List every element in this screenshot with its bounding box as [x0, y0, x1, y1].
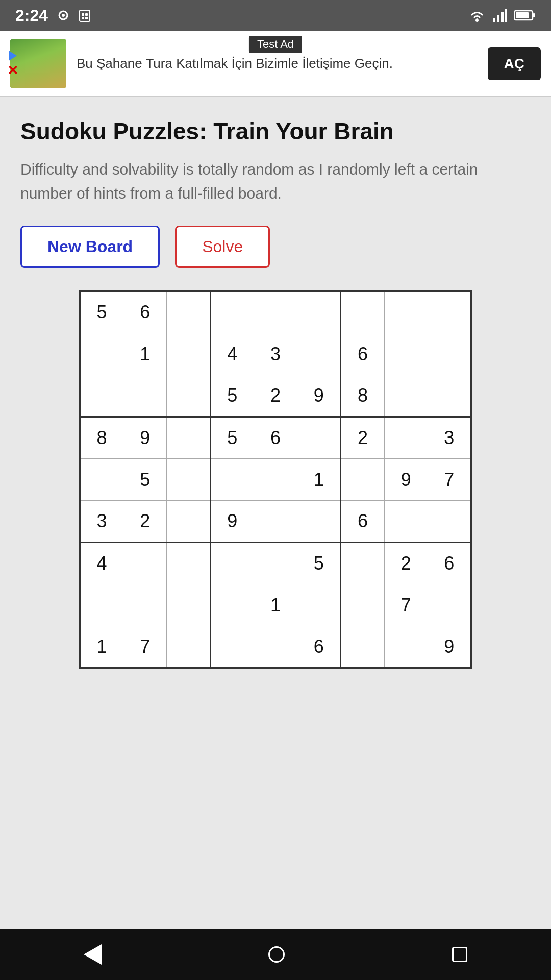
cell-8-2[interactable] — [167, 626, 210, 668]
cell-7-7[interactable]: 7 — [384, 584, 428, 626]
cell-0-5[interactable] — [297, 291, 341, 333]
recents-button[interactable] — [452, 947, 467, 962]
cell-6-3[interactable] — [210, 543, 254, 584]
cell-3-1[interactable]: 9 — [123, 417, 167, 459]
cell-6-0[interactable]: 4 — [80, 543, 123, 584]
cell-2-8[interactable] — [428, 375, 471, 417]
cell-1-8[interactable] — [428, 333, 471, 375]
cell-2-1[interactable] — [123, 375, 167, 417]
cell-4-1[interactable]: 5 — [123, 459, 167, 501]
cell-5-2[interactable] — [167, 501, 210, 543]
cell-5-7[interactable] — [384, 501, 428, 543]
cell-8-0[interactable]: 1 — [80, 626, 123, 668]
status-bar-left: 2:24 — [15, 6, 91, 25]
svg-rect-6 — [85, 17, 88, 19]
cell-0-7[interactable] — [384, 291, 428, 333]
home-button[interactable] — [268, 946, 285, 963]
cell-6-1[interactable] — [123, 543, 167, 584]
svg-point-7 — [475, 19, 479, 22]
cell-1-0[interactable] — [80, 333, 123, 375]
cell-2-0[interactable] — [80, 375, 123, 417]
cell-4-0[interactable] — [80, 459, 123, 501]
cell-3-6[interactable]: 2 — [341, 417, 384, 459]
status-bar: 2:24 — [0, 0, 551, 31]
cell-1-7[interactable] — [384, 333, 428, 375]
cell-7-6[interactable] — [341, 584, 384, 626]
cell-8-8[interactable]: 9 — [428, 626, 471, 668]
cell-3-7[interactable] — [384, 417, 428, 459]
cell-4-4[interactable] — [254, 459, 297, 501]
cell-8-6[interactable] — [341, 626, 384, 668]
cell-0-2[interactable] — [167, 291, 210, 333]
cell-6-7[interactable]: 2 — [384, 543, 428, 584]
cell-6-5[interactable]: 5 — [297, 543, 341, 584]
cell-3-3[interactable]: 5 — [210, 417, 254, 459]
cell-2-7[interactable] — [384, 375, 428, 417]
cell-1-6[interactable]: 6 — [341, 333, 384, 375]
cell-4-3[interactable] — [210, 459, 254, 501]
cell-1-5[interactable] — [297, 333, 341, 375]
new-board-button[interactable]: New Board — [20, 226, 160, 268]
cell-5-6[interactable]: 6 — [341, 501, 384, 543]
cell-1-1[interactable]: 1 — [123, 333, 167, 375]
cell-3-8[interactable]: 3 — [428, 417, 471, 459]
svg-rect-2 — [80, 10, 90, 21]
sim-icon — [79, 8, 91, 22]
cell-8-7[interactable] — [384, 626, 428, 668]
cell-5-4[interactable] — [254, 501, 297, 543]
battery-icon — [514, 10, 536, 21]
cell-6-2[interactable] — [167, 543, 210, 584]
svg-rect-4 — [85, 13, 88, 16]
close-icon[interactable]: ✕ — [7, 64, 18, 77]
cell-5-8[interactable] — [428, 501, 471, 543]
cell-5-1[interactable]: 2 — [123, 501, 167, 543]
cell-6-6[interactable] — [341, 543, 384, 584]
cell-2-3[interactable]: 5 — [210, 375, 254, 417]
cell-7-8[interactable] — [428, 584, 471, 626]
cell-7-2[interactable] — [167, 584, 210, 626]
back-button[interactable] — [84, 944, 102, 965]
cell-4-6[interactable] — [341, 459, 384, 501]
cell-7-5[interactable] — [297, 584, 341, 626]
cell-7-3[interactable] — [210, 584, 254, 626]
cell-3-4[interactable]: 6 — [254, 417, 297, 459]
cell-6-8[interactable]: 6 — [428, 543, 471, 584]
cell-0-6[interactable] — [341, 291, 384, 333]
cell-3-2[interactable] — [167, 417, 210, 459]
cell-1-2[interactable] — [167, 333, 210, 375]
cell-2-5[interactable]: 9 — [297, 375, 341, 417]
solve-button[interactable]: Solve — [175, 226, 270, 268]
cell-8-5[interactable]: 6 — [297, 626, 341, 668]
cell-2-4[interactable]: 2 — [254, 375, 297, 417]
cell-0-8[interactable] — [428, 291, 471, 333]
cell-4-8[interactable]: 7 — [428, 459, 471, 501]
cell-4-5[interactable]: 1 — [297, 459, 341, 501]
cell-1-4[interactable]: 3 — [254, 333, 297, 375]
cell-3-0[interactable]: 8 — [80, 417, 123, 459]
cell-7-0[interactable] — [80, 584, 123, 626]
cell-4-7[interactable]: 9 — [384, 459, 428, 501]
cell-0-4[interactable] — [254, 291, 297, 333]
status-time: 2:24 — [15, 6, 48, 25]
cell-7-4[interactable]: 1 — [254, 584, 297, 626]
cell-1-3[interactable]: 4 — [210, 333, 254, 375]
ad-open-button[interactable]: AÇ — [488, 47, 541, 80]
cell-6-4[interactable] — [254, 543, 297, 584]
play-icon — [9, 51, 17, 61]
cell-5-0[interactable]: 3 — [80, 501, 123, 543]
cell-7-1[interactable] — [123, 584, 167, 626]
cell-5-3[interactable]: 9 — [210, 501, 254, 543]
cell-8-3[interactable] — [210, 626, 254, 668]
cell-8-4[interactable] — [254, 626, 297, 668]
cell-0-0[interactable]: 5 — [80, 291, 123, 333]
cell-2-2[interactable] — [167, 375, 210, 417]
cell-4-2[interactable] — [167, 459, 210, 501]
cell-8-1[interactable]: 7 — [123, 626, 167, 668]
cell-2-6[interactable]: 8 — [341, 375, 384, 417]
cell-5-5[interactable] — [297, 501, 341, 543]
svg-rect-14 — [516, 12, 529, 18]
svg-rect-10 — [501, 12, 504, 22]
cell-0-1[interactable]: 6 — [123, 291, 167, 333]
cell-0-3[interactable] — [210, 291, 254, 333]
cell-3-5[interactable] — [297, 417, 341, 459]
